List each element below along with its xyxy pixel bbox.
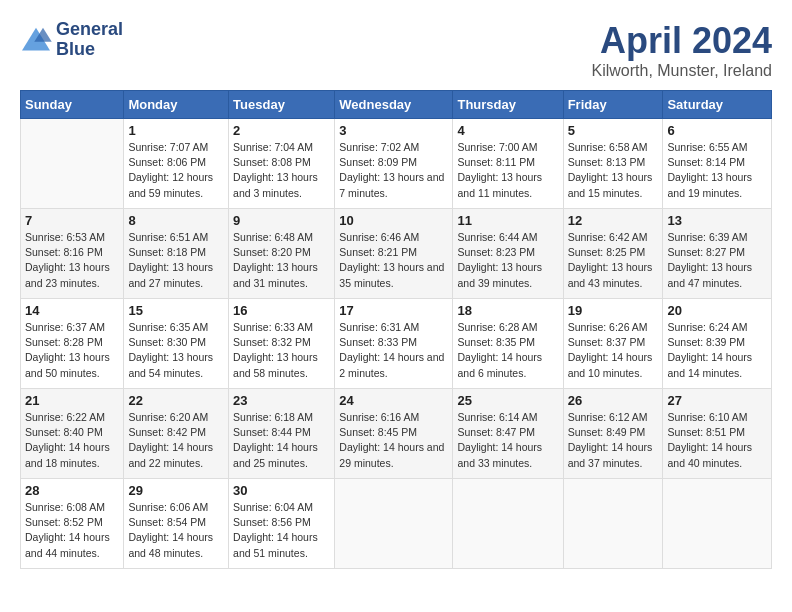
day-info: Sunrise: 6:12 AMSunset: 8:49 PMDaylight:… (568, 410, 659, 471)
day-number: 29 (128, 483, 224, 498)
day-number: 10 (339, 213, 448, 228)
calendar-cell: 17Sunrise: 6:31 AMSunset: 8:33 PMDayligh… (335, 299, 453, 389)
calendar-cell: 7Sunrise: 6:53 AMSunset: 8:16 PMDaylight… (21, 209, 124, 299)
day-number: 3 (339, 123, 448, 138)
day-info: Sunrise: 6:37 AMSunset: 8:28 PMDaylight:… (25, 320, 119, 381)
calendar-cell: 30Sunrise: 6:04 AMSunset: 8:56 PMDayligh… (229, 479, 335, 569)
day-number: 5 (568, 123, 659, 138)
day-number: 30 (233, 483, 330, 498)
calendar-cell: 3Sunrise: 7:02 AMSunset: 8:09 PMDaylight… (335, 119, 453, 209)
day-info: Sunrise: 6:24 AMSunset: 8:39 PMDaylight:… (667, 320, 767, 381)
day-info: Sunrise: 6:10 AMSunset: 8:51 PMDaylight:… (667, 410, 767, 471)
calendar-cell: 11Sunrise: 6:44 AMSunset: 8:23 PMDayligh… (453, 209, 563, 299)
day-info: Sunrise: 6:16 AMSunset: 8:45 PMDaylight:… (339, 410, 448, 471)
day-info: Sunrise: 6:08 AMSunset: 8:52 PMDaylight:… (25, 500, 119, 561)
day-info: Sunrise: 6:28 AMSunset: 8:35 PMDaylight:… (457, 320, 558, 381)
calendar-cell: 1Sunrise: 7:07 AMSunset: 8:06 PMDaylight… (124, 119, 229, 209)
header-cell-thursday: Thursday (453, 91, 563, 119)
calendar-cell: 23Sunrise: 6:18 AMSunset: 8:44 PMDayligh… (229, 389, 335, 479)
calendar-cell (335, 479, 453, 569)
title-block: April 2024 Kilworth, Munster, Ireland (591, 20, 772, 80)
calendar-cell: 8Sunrise: 6:51 AMSunset: 8:18 PMDaylight… (124, 209, 229, 299)
day-info: Sunrise: 6:20 AMSunset: 8:42 PMDaylight:… (128, 410, 224, 471)
calendar-cell: 24Sunrise: 6:16 AMSunset: 8:45 PMDayligh… (335, 389, 453, 479)
day-number: 7 (25, 213, 119, 228)
day-info: Sunrise: 6:33 AMSunset: 8:32 PMDaylight:… (233, 320, 330, 381)
calendar-cell: 26Sunrise: 6:12 AMSunset: 8:49 PMDayligh… (563, 389, 663, 479)
day-number: 22 (128, 393, 224, 408)
day-info: Sunrise: 6:06 AMSunset: 8:54 PMDaylight:… (128, 500, 224, 561)
day-number: 26 (568, 393, 659, 408)
header-cell-tuesday: Tuesday (229, 91, 335, 119)
header-row: SundayMondayTuesdayWednesdayThursdayFrid… (21, 91, 772, 119)
page-header: General Blue April 2024 Kilworth, Munste… (20, 20, 772, 80)
calendar-cell: 18Sunrise: 6:28 AMSunset: 8:35 PMDayligh… (453, 299, 563, 389)
day-number: 28 (25, 483, 119, 498)
week-row-1: 1Sunrise: 7:07 AMSunset: 8:06 PMDaylight… (21, 119, 772, 209)
calendar-cell (563, 479, 663, 569)
calendar-cell: 15Sunrise: 6:35 AMSunset: 8:30 PMDayligh… (124, 299, 229, 389)
day-number: 24 (339, 393, 448, 408)
header-cell-sunday: Sunday (21, 91, 124, 119)
day-number: 4 (457, 123, 558, 138)
day-info: Sunrise: 6:18 AMSunset: 8:44 PMDaylight:… (233, 410, 330, 471)
day-info: Sunrise: 6:42 AMSunset: 8:25 PMDaylight:… (568, 230, 659, 291)
header-cell-saturday: Saturday (663, 91, 772, 119)
day-number: 27 (667, 393, 767, 408)
location: Kilworth, Munster, Ireland (591, 62, 772, 80)
header-cell-friday: Friday (563, 91, 663, 119)
calendar-cell: 13Sunrise: 6:39 AMSunset: 8:27 PMDayligh… (663, 209, 772, 299)
day-number: 17 (339, 303, 448, 318)
calendar-cell: 27Sunrise: 6:10 AMSunset: 8:51 PMDayligh… (663, 389, 772, 479)
week-row-5: 28Sunrise: 6:08 AMSunset: 8:52 PMDayligh… (21, 479, 772, 569)
day-info: Sunrise: 7:04 AMSunset: 8:08 PMDaylight:… (233, 140, 330, 201)
day-number: 13 (667, 213, 767, 228)
calendar-cell: 19Sunrise: 6:26 AMSunset: 8:37 PMDayligh… (563, 299, 663, 389)
calendar-cell (453, 479, 563, 569)
calendar-cell (21, 119, 124, 209)
day-number: 20 (667, 303, 767, 318)
day-number: 25 (457, 393, 558, 408)
day-info: Sunrise: 7:02 AMSunset: 8:09 PMDaylight:… (339, 140, 448, 201)
calendar-cell (663, 479, 772, 569)
calendar-cell: 2Sunrise: 7:04 AMSunset: 8:08 PMDaylight… (229, 119, 335, 209)
day-number: 16 (233, 303, 330, 318)
calendar-cell: 5Sunrise: 6:58 AMSunset: 8:13 PMDaylight… (563, 119, 663, 209)
calendar-cell: 28Sunrise: 6:08 AMSunset: 8:52 PMDayligh… (21, 479, 124, 569)
day-number: 19 (568, 303, 659, 318)
day-info: Sunrise: 6:04 AMSunset: 8:56 PMDaylight:… (233, 500, 330, 561)
calendar-cell: 21Sunrise: 6:22 AMSunset: 8:40 PMDayligh… (21, 389, 124, 479)
day-info: Sunrise: 6:58 AMSunset: 8:13 PMDaylight:… (568, 140, 659, 201)
week-row-4: 21Sunrise: 6:22 AMSunset: 8:40 PMDayligh… (21, 389, 772, 479)
day-info: Sunrise: 6:14 AMSunset: 8:47 PMDaylight:… (457, 410, 558, 471)
logo-icon (20, 26, 52, 54)
day-number: 15 (128, 303, 224, 318)
calendar-cell: 25Sunrise: 6:14 AMSunset: 8:47 PMDayligh… (453, 389, 563, 479)
day-number: 21 (25, 393, 119, 408)
calendar-cell: 10Sunrise: 6:46 AMSunset: 8:21 PMDayligh… (335, 209, 453, 299)
calendar-cell: 4Sunrise: 7:00 AMSunset: 8:11 PMDaylight… (453, 119, 563, 209)
calendar-cell: 6Sunrise: 6:55 AMSunset: 8:14 PMDaylight… (663, 119, 772, 209)
day-info: Sunrise: 6:22 AMSunset: 8:40 PMDaylight:… (25, 410, 119, 471)
day-info: Sunrise: 6:55 AMSunset: 8:14 PMDaylight:… (667, 140, 767, 201)
day-number: 11 (457, 213, 558, 228)
day-info: Sunrise: 6:35 AMSunset: 8:30 PMDaylight:… (128, 320, 224, 381)
day-info: Sunrise: 6:48 AMSunset: 8:20 PMDaylight:… (233, 230, 330, 291)
day-number: 14 (25, 303, 119, 318)
week-row-2: 7Sunrise: 6:53 AMSunset: 8:16 PMDaylight… (21, 209, 772, 299)
day-number: 2 (233, 123, 330, 138)
calendar-cell: 20Sunrise: 6:24 AMSunset: 8:39 PMDayligh… (663, 299, 772, 389)
day-info: Sunrise: 6:44 AMSunset: 8:23 PMDaylight:… (457, 230, 558, 291)
header-cell-wednesday: Wednesday (335, 91, 453, 119)
calendar-cell: 22Sunrise: 6:20 AMSunset: 8:42 PMDayligh… (124, 389, 229, 479)
calendar-cell: 14Sunrise: 6:37 AMSunset: 8:28 PMDayligh… (21, 299, 124, 389)
day-info: Sunrise: 7:07 AMSunset: 8:06 PMDaylight:… (128, 140, 224, 201)
month-title: April 2024 (591, 20, 772, 62)
calendar-cell: 16Sunrise: 6:33 AMSunset: 8:32 PMDayligh… (229, 299, 335, 389)
week-row-3: 14Sunrise: 6:37 AMSunset: 8:28 PMDayligh… (21, 299, 772, 389)
day-info: Sunrise: 6:46 AMSunset: 8:21 PMDaylight:… (339, 230, 448, 291)
day-info: Sunrise: 6:31 AMSunset: 8:33 PMDaylight:… (339, 320, 448, 381)
calendar-table: SundayMondayTuesdayWednesdayThursdayFrid… (20, 90, 772, 569)
day-number: 12 (568, 213, 659, 228)
calendar-cell: 12Sunrise: 6:42 AMSunset: 8:25 PMDayligh… (563, 209, 663, 299)
